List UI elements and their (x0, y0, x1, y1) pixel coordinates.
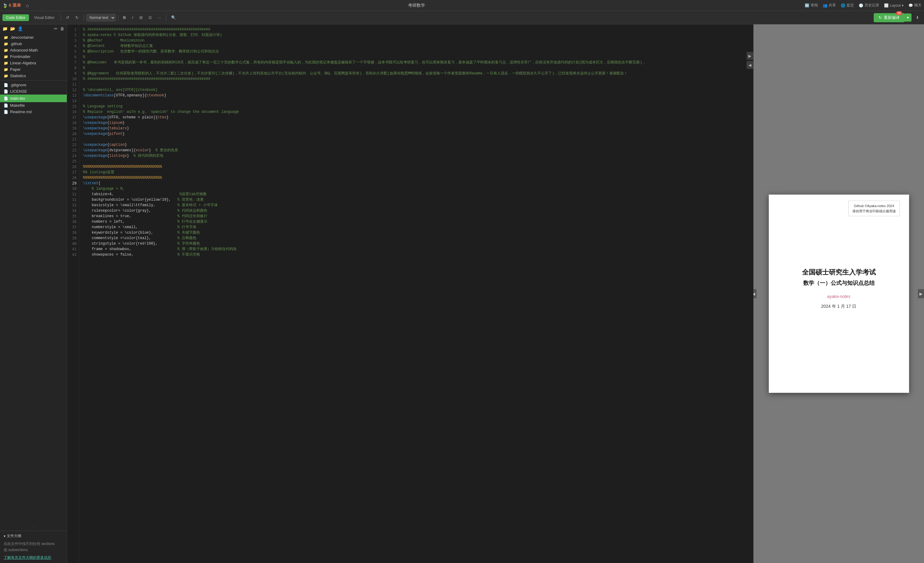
code-content[interactable]: % ######################################… (79, 24, 753, 563)
sidebar-item-advanced-math[interactable]: 📁 Advanced-Math (0, 47, 67, 53)
sidebar-bottom-dots: ··· (0, 525, 67, 531)
chevron-down-icon: ▾ (4, 534, 6, 538)
code-line-42: showspaces = false, % 不显示空格 (83, 252, 750, 257)
outline-no-sections-line1: 在此文件中找不到任何 sections (4, 541, 63, 547)
download-button[interactable]: ⬇ (914, 14, 921, 21)
code-line-9: % @Aggrement 任何获取使用授权的人，不允许二配(二次分发)，不允许复… (83, 71, 750, 76)
code-line-2: % ayaka-notes © Github 保留源代码所有权利(分发、授权、打… (83, 32, 750, 38)
chat-label: 聊天 (914, 3, 921, 8)
sidebar-label-devcontainer: .devcontainer (10, 35, 63, 40)
review-label: 审阅 (810, 3, 818, 8)
code-line-22: \usepackage{caption} (83, 142, 750, 148)
tab-visual-editor[interactable]: Visual Editor (30, 14, 58, 21)
delete-icon[interactable]: 🗑 (60, 26, 64, 31)
layout-button[interactable]: ⬜ Layout ▾ (884, 3, 904, 8)
outline-no-sections-line2: 或 subsections. (4, 547, 63, 553)
sidebar-item-paper[interactable]: 📁 Paper (0, 66, 67, 73)
file-icon-gitignore: 📄 (4, 83, 8, 87)
folder-icon-advanced-math: 📁 (4, 48, 8, 53)
compile-dropdown-button[interactable]: ▾ (904, 14, 912, 22)
folder-icon-frontmatter: 📁 (4, 55, 8, 59)
code-line-25 (83, 159, 750, 164)
text-format-select[interactable]: Normal text Heading 1 Heading 2 Heading … (86, 14, 116, 21)
sidebar-item-makefile[interactable]: 📄 Makefile (0, 102, 67, 108)
tab-code-editor[interactable]: Code Editor (3, 14, 29, 21)
review-icon: 🔤 (805, 3, 809, 8)
file-outline-toggle[interactable]: ▾ 文件大纲 (4, 533, 63, 539)
share-label: 共享 (828, 3, 836, 8)
more-button[interactable]: ··· (155, 14, 164, 21)
code-line-40: stringstyle = \color{red!100}, % 字符串颜色 (83, 241, 750, 246)
toolbar-divider-1 (61, 15, 61, 21)
code-line-38: keywordstyle = \color{blue}, % 关键字颜色 (83, 230, 750, 236)
sidebar-item-statistics[interactable]: 📁 Statistics (0, 73, 67, 79)
code-line-6: % (83, 54, 750, 60)
folder-icon[interactable]: 📁 (3, 26, 8, 31)
code-line-34: rulesepcolor= \color{gray}, % 代码块边框颜色 (83, 208, 750, 213)
nav-left-arrow[interactable]: ◀ (747, 61, 753, 69)
sidebar-item-gitignore[interactable]: 📄 .gitignore (0, 82, 67, 88)
sidebar-item-linear-algebra[interactable]: 📁 Linear-Algebra (0, 60, 67, 66)
italic-button[interactable]: I (130, 14, 136, 21)
sidebar-label-paper: Paper (10, 67, 63, 72)
code-line-36: numbers = left, % 行号在左侧显示 (83, 219, 750, 224)
sidebar-item-github[interactable]: 📁 .github (0, 41, 67, 47)
share-button[interactable]: 👥 共享 (823, 3, 836, 8)
sidebar-label-gitignore: .gitignore (10, 83, 63, 87)
code-line-37: numberstyle = \small, % 行号字体 (83, 224, 750, 230)
undo-button[interactable]: ↺ (63, 14, 72, 21)
code-line-19: \usepackage{tabularx} (83, 126, 750, 131)
sidebar-item-devcontainer[interactable]: 📁 .devcontainer (0, 34, 67, 41)
code-line-20: \usepackage{pifont} (83, 131, 750, 137)
code-line-41: frame = shadowbox, % 用（带影子效果）方框框住代码块 (83, 246, 750, 252)
code-line-21 (83, 137, 750, 142)
menubar: 🍃 6 菜单 ⌂ 考研数学 🔤 审阅 👥 共享 🌐 提交 🕐 历史记录 ⬜ La… (0, 0, 924, 11)
sidebar-label-makefile: Makefile (10, 103, 63, 108)
history-button[interactable]: 🕐 历史记录 (859, 3, 879, 8)
app-title: 考研数学 (33, 3, 800, 8)
sidebar-item-license[interactable]: 📄 LICENSE (0, 88, 67, 95)
watermark-line2: 请勿用于商业印刷或出服用途 (852, 209, 896, 214)
sidebar-label-readme: Readme.md (10, 110, 63, 114)
preview-title-sub: 数学（一）公式与知识点总结 (781, 279, 897, 287)
code-line-12: % \documentcl, ass[UTF8]{ctexbook} (83, 87, 750, 93)
code-line-33: basicstyle = \small\ttfamily, % 基本样式 + 小… (83, 203, 750, 208)
line-numbers: 1234567891011121314151617181920212223242… (67, 24, 79, 563)
code-line-5: % @Description 包含数学一的线性代数、高等数学、概率统计的公式和知… (83, 49, 750, 54)
edit-icon[interactable]: ✏ (54, 26, 58, 31)
new-folder-icon[interactable]: 📂 (10, 26, 15, 31)
code-editor[interactable]: 1234567891011121314151617181920212223242… (67, 24, 753, 563)
submit-button[interactable]: 🌐 提交 (841, 3, 854, 8)
symbol-button[interactable]: Ω (146, 14, 154, 21)
panel-collapse-right-arrow[interactable]: ▶ (918, 289, 924, 298)
bold-button[interactable]: B (121, 14, 128, 21)
chat-button[interactable]: 💬 聊天 (909, 3, 921, 8)
outline-title: 文件大纲 (7, 533, 21, 539)
search-button[interactable]: 🔍 (169, 14, 178, 21)
outline-learn-more-link[interactable]: 了解有关文件大纲的更多信息 (4, 555, 51, 560)
file-icon-readme: 📄 (4, 110, 8, 114)
folder-icon-devcontainer: 📁 (4, 35, 8, 40)
app-logo[interactable]: 🍃 6 菜单 (3, 3, 21, 8)
folder-icon-github: 📁 (4, 42, 8, 46)
code-line-28: %%%%%%%%%%%%%%%%%%%%%%%%%%%%%%%%%%%% (83, 175, 750, 180)
review-button[interactable]: 🔤 审阅 (805, 3, 818, 8)
code-line-29: \lstset{ (83, 180, 750, 186)
preview-watermark: Github ©Ayaka-notes 2024 请勿用于商业印刷或出服用途 (848, 201, 900, 216)
sidebar-item-readme[interactable]: 📄 Readme.md (0, 108, 67, 115)
file-icon-makefile: 📄 (4, 104, 8, 108)
sidebar-item-frontmatter[interactable]: 📁 Frontmatter (0, 53, 67, 60)
sidebar-item-main-tex[interactable]: 📄 main.tex ⋮ (0, 95, 67, 102)
code-line-17: \usepackage[UTF8, scheme = plain]{ctex} (83, 115, 750, 120)
upload-icon[interactable]: 👤 (18, 26, 23, 31)
code-line-16: % Replace `english' with e.g. `spanish' … (83, 109, 750, 115)
logo-text: 6 菜单 (9, 3, 21, 8)
nav-right-arrow[interactable]: ▶ (747, 52, 753, 60)
panel-collapse-left-arrow[interactable]: ◀ (753, 289, 757, 298)
redo-button[interactable]: ↻ (73, 14, 81, 21)
compile-icon: ↻ (879, 15, 882, 20)
preview-page: Github ©Ayaka-notes 2024 请勿用于商业印刷或出服用途 全… (769, 195, 909, 393)
home-button[interactable]: ⌂ (26, 3, 29, 8)
sidebar-label-license: LICENSE (10, 89, 63, 94)
table-button[interactable]: ⊞ (137, 14, 145, 21)
